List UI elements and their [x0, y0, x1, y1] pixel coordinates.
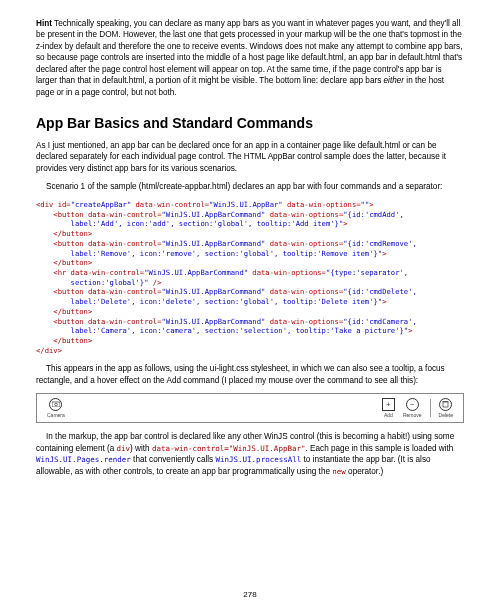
- section-heading: App Bar Basics and Standard Commands: [36, 114, 464, 134]
- camera-icon: [49, 398, 62, 411]
- hint-either: either: [384, 76, 404, 85]
- code-new: new: [332, 467, 346, 476]
- camera-label: Camera: [47, 412, 65, 419]
- remove-icon: −: [406, 398, 419, 411]
- code-block: <div id="createAppBar" data-win-control=…: [36, 200, 464, 356]
- code-render: WinJS.UI.Pages.render: [36, 455, 131, 464]
- svg-rect-2: [443, 402, 448, 407]
- code-attr: data-win-control="WinJS.UI.AppBar": [152, 444, 306, 453]
- svg-rect-0: [52, 402, 60, 407]
- paragraph-1: As I just mentioned, an app bar can be d…: [36, 140, 464, 174]
- delete-icon: [439, 398, 452, 411]
- hint-label: Hint: [36, 19, 52, 28]
- remove-command: − Remove: [403, 398, 422, 419]
- page-number: 278: [0, 589, 500, 600]
- add-icon: +: [382, 398, 395, 411]
- separator: [430, 399, 431, 417]
- code-div: div: [117, 444, 131, 453]
- hint-block: Hint Technically speaking, you can decla…: [36, 18, 464, 98]
- delete-command: Delete: [439, 398, 453, 419]
- paragraph-2: Scenario 1 of the sample (html/create-ap…: [36, 181, 464, 192]
- figure-left-group: Camera: [47, 398, 65, 419]
- paragraph-3: This appears in the app as follows, usin…: [36, 363, 464, 386]
- remove-label: Remove: [403, 412, 422, 419]
- code-processall: WinJS.UI.processAll: [215, 455, 301, 464]
- figure-right-group: + Add − Remove Delete: [382, 398, 453, 419]
- svg-point-1: [55, 404, 58, 407]
- appbar-figure: Camera + Add − Remove Delete: [36, 393, 464, 423]
- add-command: + Add: [382, 398, 395, 419]
- add-label: Add: [384, 412, 393, 419]
- delete-label: Delete: [439, 412, 453, 419]
- paragraph-4: In the markup, the app bar control is de…: [36, 431, 464, 477]
- camera-command: Camera: [47, 398, 65, 419]
